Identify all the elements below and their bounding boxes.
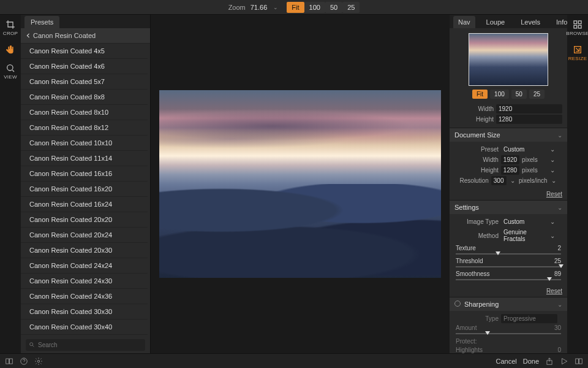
chevron-down-icon[interactable]: ⌄ xyxy=(548,167,557,174)
preset-item[interactable]: Canon Resin Coated 24x36 xyxy=(21,289,148,304)
svg-rect-7 xyxy=(6,358,9,363)
settings-reset[interactable]: Reset xyxy=(450,286,567,297)
preset-item[interactable]: Canon Resin Coated 4x5 xyxy=(21,44,148,59)
protect-label: Protect: xyxy=(454,337,562,346)
chevron-down-icon[interactable]: ⌄ xyxy=(509,177,516,184)
preset-item[interactable]: Canon Resin Coated 8x8 xyxy=(21,90,148,105)
chevron-down-icon: ⌄ xyxy=(557,204,562,211)
preset-search[interactable] xyxy=(26,339,145,351)
preset-item[interactable]: Canon Resin Coated 30x30 xyxy=(21,304,148,320)
sharpening-type[interactable]: Progressive xyxy=(501,314,557,323)
nav-zoom-50-button[interactable]: 50 xyxy=(511,90,527,99)
settings-method[interactable]: Genuine Fractals xyxy=(501,228,545,243)
zoom-25-button[interactable]: 25 xyxy=(342,2,360,13)
done-button[interactable]: Done xyxy=(523,358,539,365)
preset-list[interactable]: Canon Resin Coated 4x5Canon Resin Coated… xyxy=(21,44,148,337)
docsize-preset[interactable]: Custom xyxy=(501,145,545,154)
sharpening-header[interactable]: Sharpening ⌄ xyxy=(450,297,567,311)
presets-tab[interactable]: Presets xyxy=(24,16,59,28)
navigator-thumbnail[interactable] xyxy=(469,33,548,86)
gear-icon[interactable] xyxy=(34,357,43,366)
cancel-button[interactable]: Cancel xyxy=(496,358,516,365)
preset-item[interactable]: Canon Resin Coated 8x10 xyxy=(21,105,148,120)
crop-tool[interactable]: CROP xyxy=(3,20,18,36)
settings-image-type[interactable]: Custom xyxy=(501,217,545,226)
highlights-slider[interactable]: Highlights0 xyxy=(454,346,562,353)
texture-slider[interactable]: Texture2 xyxy=(454,244,562,257)
resize-tool[interactable]: RESIZE xyxy=(568,45,587,61)
zoom-bar: Zoom 71.66 ⌄ Fit1005025 xyxy=(0,0,588,15)
pixel-width-field[interactable]: 1920 xyxy=(496,104,562,113)
docsize-res-field[interactable]: 300 xyxy=(491,176,507,185)
canvas-area[interactable] xyxy=(151,15,450,353)
sharpening-section: Sharpening ⌄ TypeProgressive Amount30 Pr… xyxy=(450,297,567,353)
preset-search-input[interactable] xyxy=(26,339,145,351)
chevron-down-icon[interactable]: ⌄ xyxy=(548,218,557,225)
preset-item[interactable]: Canon Resin Coated 24x30 xyxy=(21,274,148,289)
preset-item[interactable]: Canon Resin Coated 20x30 xyxy=(21,243,148,258)
browse-tool[interactable]: BROWSE xyxy=(566,20,588,36)
threshold-slider[interactable]: Threshold25 xyxy=(454,257,562,270)
preset-item[interactable]: Canon Resin Coated 16x20 xyxy=(21,182,148,197)
preset-item[interactable]: Canon Resin Coated 30x40 xyxy=(21,320,148,335)
nav-zoom-100-button[interactable]: 100 xyxy=(490,90,509,99)
preset-item[interactable]: Canon Resin Coated 16x16 xyxy=(21,166,148,182)
svg-rect-2 xyxy=(574,21,577,24)
pan-tool[interactable] xyxy=(6,45,15,55)
presets-category: Canon Resin Coated xyxy=(33,32,96,39)
docsize-width-field[interactable]: 1920 xyxy=(501,155,519,164)
compare-icon[interactable] xyxy=(575,357,583,366)
preset-item[interactable]: Canon Resin Coated 4x6 xyxy=(21,59,148,74)
zoom-label: Zoom xyxy=(228,4,246,11)
nav-zoom-fit-button[interactable]: Fit xyxy=(472,90,488,99)
chevron-down-icon[interactable]: ⌄ xyxy=(548,232,557,239)
preset-item[interactable]: Canon Resin Coated 20x24 xyxy=(21,228,148,243)
docsize-reset[interactable]: Reset xyxy=(450,190,567,200)
view-tool[interactable]: VIEW xyxy=(4,63,17,80)
right-tool-rail: BROWSE RESIZE xyxy=(567,15,588,353)
resize-label: RESIZE xyxy=(568,56,587,61)
preset-item[interactable]: Canon Resin Coated 24x24 xyxy=(21,258,148,274)
zoom-50-button[interactable]: 50 xyxy=(325,2,342,13)
zoom-fit-button[interactable]: Fit xyxy=(287,2,304,13)
crop-label: CROP xyxy=(3,31,18,36)
sharpening-toggle[interactable] xyxy=(454,301,461,307)
pixel-height-field[interactable]: 1280 xyxy=(496,115,562,124)
help-icon[interactable] xyxy=(20,357,28,366)
chevron-down-icon: ⌄ xyxy=(557,132,562,139)
preset-item[interactable]: Canon Resin Coated 20x20 xyxy=(21,212,148,228)
tab-levels[interactable]: Levels xyxy=(516,16,545,28)
smoothness-slider[interactable]: Smoothness89 xyxy=(454,270,562,283)
settings-section: Settings ⌄ Image TypeCustom⌄ MethodGenui… xyxy=(450,200,567,297)
preset-item[interactable]: Canon Resin Coated 11x14 xyxy=(21,151,148,166)
share-icon[interactable] xyxy=(545,357,554,366)
presets-header[interactable]: Canon Resin Coated xyxy=(21,28,150,44)
chevron-down-icon[interactable]: ⌄ xyxy=(550,177,557,184)
chevron-down-icon: ⌄ xyxy=(557,301,562,308)
zoom-value[interactable]: 71.66 xyxy=(251,4,268,11)
sharpening-amount-slider[interactable]: Amount30 xyxy=(454,324,562,337)
preset-item[interactable]: Canon Resin Coated 8x12 xyxy=(21,120,148,136)
pixel-width-label: Width xyxy=(450,105,494,112)
preset-item[interactable]: Canon Resin Coated 10x10 xyxy=(21,136,148,151)
play-icon[interactable] xyxy=(560,357,568,366)
svg-point-0 xyxy=(7,65,13,71)
right-tabs: NavLoupeLevelsInfo xyxy=(450,15,567,28)
dual-view-icon[interactable] xyxy=(5,357,13,366)
preset-item[interactable]: Canon Resin Coated 16x24 xyxy=(21,197,148,212)
tab-nav[interactable]: Nav xyxy=(453,16,475,28)
zoom-100-button[interactable]: 100 xyxy=(304,2,325,13)
chevron-down-icon[interactable]: ⌄ xyxy=(548,156,557,163)
tab-loupe[interactable]: Loupe xyxy=(481,16,510,28)
search-icon xyxy=(29,342,35,348)
settings-header[interactable]: Settings ⌄ xyxy=(450,201,567,214)
nav-zoom-25-button[interactable]: 25 xyxy=(529,90,545,99)
docsize-height-field[interactable]: 1280 xyxy=(501,166,519,175)
pixel-height-label: Height xyxy=(450,116,494,123)
preset-item[interactable]: Canon Resin Coated 5x7 xyxy=(21,74,148,90)
navigator-zoom-buttons: Fit1005025 xyxy=(472,90,545,99)
tab-info[interactable]: Info xyxy=(551,16,567,28)
zoom-dropdown-icon[interactable]: ⌄ xyxy=(271,4,281,10)
document-size-header[interactable]: Document Size ⌄ xyxy=(450,128,567,142)
chevron-down-icon[interactable]: ⌄ xyxy=(548,146,557,153)
